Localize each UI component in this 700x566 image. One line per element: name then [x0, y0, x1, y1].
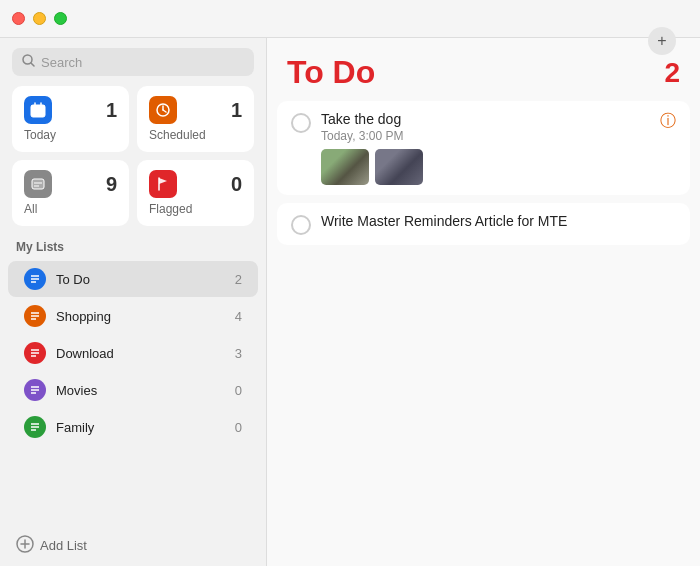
flagged-icon [149, 170, 177, 198]
family-list-count: 0 [235, 420, 242, 435]
task-date-1: Today, 3:00 PM [321, 129, 650, 143]
shopping-list-icon [24, 305, 46, 327]
shopping-list-count: 4 [235, 309, 242, 324]
maximize-button[interactable] [54, 12, 67, 25]
smart-card-flagged[interactable]: 0 Flagged [137, 160, 254, 226]
add-list-label: Add List [40, 538, 87, 553]
today-label: Today [24, 128, 117, 142]
todo-list-icon [24, 268, 46, 290]
movies-list-icon [24, 379, 46, 401]
titlebar: + [0, 0, 700, 38]
task-thumbnails-1 [321, 149, 650, 185]
family-list-icon [24, 416, 46, 438]
main-content: To Do 2 Take the dog Today, 3:00 PM [267, 38, 700, 566]
shopping-list-name: Shopping [56, 309, 235, 324]
task-info-icon-1[interactable]: ⓘ [660, 111, 676, 132]
flagged-count: 0 [231, 173, 242, 196]
list-item-movies[interactable]: Movies 0 [8, 372, 258, 408]
todo-list-count: 2 [235, 272, 242, 287]
main-count: 2 [664, 57, 680, 89]
list-item-todo[interactable]: To Do 2 [8, 261, 258, 297]
svg-rect-4 [31, 105, 45, 109]
smart-cards: 8 1 Today 1 [0, 86, 266, 236]
app-container: 8 1 Today 1 [0, 38, 700, 566]
sidebar: 8 1 Today 1 [0, 38, 267, 566]
svg-rect-11 [32, 179, 44, 189]
scheduled-icon [149, 96, 177, 124]
list-item-download[interactable]: Download 3 [8, 335, 258, 371]
search-input[interactable] [41, 55, 244, 70]
task-name-1: Take the dog [321, 111, 650, 127]
svg-line-1 [31, 63, 34, 66]
all-icon [24, 170, 52, 198]
scheduled-count: 1 [231, 99, 242, 122]
today-icon: 8 [24, 96, 52, 124]
movies-list-count: 0 [235, 383, 242, 398]
list-items: To Do 2 Shopping 4 [0, 260, 266, 525]
smart-card-scheduled[interactable]: 1 Scheduled [137, 86, 254, 152]
task-item-1[interactable]: Take the dog Today, 3:00 PM ⓘ [277, 101, 690, 195]
minimize-button[interactable] [33, 12, 46, 25]
todo-list-name: To Do [56, 272, 235, 287]
task-name-2: Write Master Reminders Article for MTE [321, 213, 676, 229]
task-checkbox-2[interactable] [291, 215, 311, 235]
download-list-icon [24, 342, 46, 364]
smart-card-all[interactable]: 9 All [12, 160, 129, 226]
scheduled-label: Scheduled [149, 128, 242, 142]
add-list-icon [16, 535, 34, 556]
today-count: 1 [106, 99, 117, 122]
search-bar[interactable] [12, 48, 254, 76]
traffic-lights [12, 12, 67, 25]
list-item-shopping[interactable]: Shopping 4 [8, 298, 258, 334]
main-header: To Do 2 [267, 38, 700, 101]
smart-card-today[interactable]: 8 1 Today [12, 86, 129, 152]
add-button[interactable]: + [648, 27, 676, 55]
download-list-count: 3 [235, 346, 242, 361]
task-list: Take the dog Today, 3:00 PM ⓘ Write M [267, 101, 700, 566]
family-list-name: Family [56, 420, 235, 435]
task-thumb-1a [321, 149, 369, 185]
my-lists-header: My Lists [0, 236, 266, 260]
svg-line-10 [163, 110, 166, 112]
task-thumb-1b [375, 149, 423, 185]
download-list-name: Download [56, 346, 235, 361]
search-icon [22, 53, 35, 71]
all-label: All [24, 202, 117, 216]
task-item-2[interactable]: Write Master Reminders Article for MTE [277, 203, 690, 245]
movies-list-name: Movies [56, 383, 235, 398]
list-item-family[interactable]: Family 0 [8, 409, 258, 445]
close-button[interactable] [12, 12, 25, 25]
main-title: To Do [287, 54, 375, 91]
task-checkbox-1[interactable] [291, 113, 311, 133]
svg-text:8: 8 [37, 110, 40, 116]
add-list-button[interactable]: Add List [0, 525, 266, 566]
all-count: 9 [106, 173, 117, 196]
flagged-label: Flagged [149, 202, 242, 216]
